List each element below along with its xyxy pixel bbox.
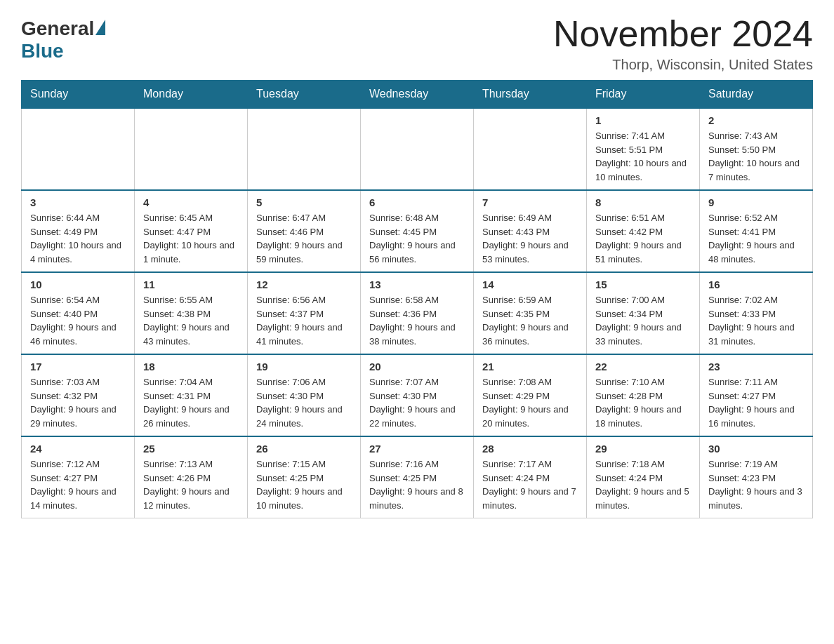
calendar-cell: 10Sunrise: 6:54 AMSunset: 4:40 PMDayligh…	[22, 272, 135, 354]
calendar-cell: 18Sunrise: 7:04 AMSunset: 4:31 PMDayligh…	[135, 354, 248, 436]
day-info: Sunrise: 6:48 AMSunset: 4:45 PMDaylight:…	[369, 211, 465, 266]
calendar-cell: 22Sunrise: 7:10 AMSunset: 4:28 PMDayligh…	[587, 354, 700, 436]
logo-triangle-icon	[95, 20, 105, 35]
day-number: 18	[143, 361, 239, 373]
day-info: Sunrise: 7:03 AMSunset: 4:32 PMDaylight:…	[30, 375, 126, 430]
day-number: 24	[30, 443, 126, 455]
day-info: Sunrise: 7:18 AMSunset: 4:24 PMDaylight:…	[595, 457, 691, 512]
calendar-cell: 27Sunrise: 7:16 AMSunset: 4:25 PMDayligh…	[361, 436, 474, 518]
logo-general-text: General	[21, 18, 94, 40]
day-number: 13	[369, 279, 465, 290]
day-info: Sunrise: 7:17 AMSunset: 4:24 PMDaylight:…	[482, 457, 578, 512]
day-number: 1	[595, 114, 691, 126]
calendar-cell: 29Sunrise: 7:18 AMSunset: 4:24 PMDayligh…	[587, 436, 700, 518]
calendar-cell: 20Sunrise: 7:07 AMSunset: 4:30 PMDayligh…	[361, 354, 474, 436]
calendar-cell: 5Sunrise: 6:47 AMSunset: 4:46 PMDaylight…	[248, 190, 361, 272]
calendar-cell: 12Sunrise: 6:56 AMSunset: 4:37 PMDayligh…	[248, 272, 361, 354]
calendar-cell: 13Sunrise: 6:58 AMSunset: 4:36 PMDayligh…	[361, 272, 474, 354]
day-info: Sunrise: 7:12 AMSunset: 4:27 PMDaylight:…	[30, 457, 126, 512]
calendar-cell: 4Sunrise: 6:45 AMSunset: 4:47 PMDaylight…	[135, 190, 248, 272]
day-number: 17	[30, 361, 126, 373]
calendar-header-thursday: Thursday	[474, 81, 587, 109]
day-number: 26	[256, 443, 352, 455]
day-info: Sunrise: 7:43 AMSunset: 5:50 PMDaylight:…	[708, 129, 804, 184]
day-number: 20	[369, 361, 465, 373]
day-info: Sunrise: 7:19 AMSunset: 4:23 PMDaylight:…	[708, 457, 804, 512]
day-number: 21	[482, 361, 578, 373]
day-number: 12	[256, 279, 352, 290]
day-number: 9	[708, 196, 804, 208]
calendar-cell	[135, 108, 248, 190]
day-info: Sunrise: 7:08 AMSunset: 4:29 PMDaylight:…	[482, 375, 578, 430]
calendar-week-row: 17Sunrise: 7:03 AMSunset: 4:32 PMDayligh…	[22, 354, 813, 436]
calendar-cell: 15Sunrise: 7:00 AMSunset: 4:34 PMDayligh…	[587, 272, 700, 354]
calendar-cell: 25Sunrise: 7:13 AMSunset: 4:26 PMDayligh…	[135, 436, 248, 518]
calendar-cell: 23Sunrise: 7:11 AMSunset: 4:27 PMDayligh…	[700, 354, 813, 436]
calendar-cell	[248, 108, 361, 190]
day-number: 5	[256, 196, 352, 208]
day-number: 22	[595, 361, 691, 373]
day-number: 7	[482, 196, 578, 208]
day-info: Sunrise: 6:45 AMSunset: 4:47 PMDaylight:…	[143, 211, 239, 266]
day-info: Sunrise: 6:44 AMSunset: 4:49 PMDaylight:…	[30, 211, 126, 266]
calendar-cell: 2Sunrise: 7:43 AMSunset: 5:50 PMDaylight…	[700, 108, 813, 190]
calendar-cell: 24Sunrise: 7:12 AMSunset: 4:27 PMDayligh…	[22, 436, 135, 518]
day-info: Sunrise: 6:51 AMSunset: 4:42 PMDaylight:…	[595, 211, 691, 266]
logo: General Blue	[21, 14, 105, 62]
page-header: General Blue November 2024 Thorp, Wiscon…	[21, 14, 813, 73]
day-info: Sunrise: 6:58 AMSunset: 4:36 PMDaylight:…	[369, 293, 465, 348]
title-section: November 2024 Thorp, Wisconsin, United S…	[553, 14, 813, 73]
day-number: 11	[143, 279, 239, 290]
calendar-cell: 21Sunrise: 7:08 AMSunset: 4:29 PMDayligh…	[474, 354, 587, 436]
day-info: Sunrise: 7:15 AMSunset: 4:25 PMDaylight:…	[256, 457, 352, 512]
day-info: Sunrise: 7:02 AMSunset: 4:33 PMDaylight:…	[708, 293, 804, 348]
day-number: 29	[595, 443, 691, 455]
calendar-header-row: SundayMondayTuesdayWednesdayThursdayFrid…	[22, 81, 813, 109]
day-number: 23	[708, 361, 804, 373]
calendar-cell: 9Sunrise: 6:52 AMSunset: 4:41 PMDaylight…	[700, 190, 813, 272]
day-info: Sunrise: 7:10 AMSunset: 4:28 PMDaylight:…	[595, 375, 691, 430]
month-title: November 2024	[553, 14, 813, 54]
day-info: Sunrise: 6:56 AMSunset: 4:37 PMDaylight:…	[256, 293, 352, 348]
calendar-cell: 30Sunrise: 7:19 AMSunset: 4:23 PMDayligh…	[700, 436, 813, 518]
day-info: Sunrise: 7:41 AMSunset: 5:51 PMDaylight:…	[595, 129, 691, 184]
day-number: 2	[708, 114, 804, 126]
day-number: 14	[482, 279, 578, 290]
day-number: 15	[595, 279, 691, 290]
calendar-cell: 7Sunrise: 6:49 AMSunset: 4:43 PMDaylight…	[474, 190, 587, 272]
day-number: 25	[143, 443, 239, 455]
day-number: 16	[708, 279, 804, 290]
calendar-header-saturday: Saturday	[700, 81, 813, 109]
calendar-cell: 6Sunrise: 6:48 AMSunset: 4:45 PMDaylight…	[361, 190, 474, 272]
day-number: 4	[143, 196, 239, 208]
day-info: Sunrise: 7:07 AMSunset: 4:30 PMDaylight:…	[369, 375, 465, 430]
calendar-cell	[361, 108, 474, 190]
calendar-cell	[22, 108, 135, 190]
calendar-table: SundayMondayTuesdayWednesdayThursdayFrid…	[21, 80, 813, 518]
location-text: Thorp, Wisconsin, United States	[553, 57, 813, 73]
day-info: Sunrise: 7:13 AMSunset: 4:26 PMDaylight:…	[143, 457, 239, 512]
calendar-cell: 14Sunrise: 6:59 AMSunset: 4:35 PMDayligh…	[474, 272, 587, 354]
calendar-cell: 17Sunrise: 7:03 AMSunset: 4:32 PMDayligh…	[22, 354, 135, 436]
calendar-cell	[474, 108, 587, 190]
day-number: 3	[30, 196, 126, 208]
day-info: Sunrise: 7:11 AMSunset: 4:27 PMDaylight:…	[708, 375, 804, 430]
day-number: 30	[708, 443, 804, 455]
calendar-cell: 8Sunrise: 6:51 AMSunset: 4:42 PMDaylight…	[587, 190, 700, 272]
calendar-week-row: 3Sunrise: 6:44 AMSunset: 4:49 PMDaylight…	[22, 190, 813, 272]
day-info: Sunrise: 6:49 AMSunset: 4:43 PMDaylight:…	[482, 211, 578, 266]
calendar-cell: 28Sunrise: 7:17 AMSunset: 4:24 PMDayligh…	[474, 436, 587, 518]
day-info: Sunrise: 6:59 AMSunset: 4:35 PMDaylight:…	[482, 293, 578, 348]
calendar-header-sunday: Sunday	[22, 81, 135, 109]
calendar-cell: 16Sunrise: 7:02 AMSunset: 4:33 PMDayligh…	[700, 272, 813, 354]
calendar-header-friday: Friday	[587, 81, 700, 109]
day-info: Sunrise: 6:55 AMSunset: 4:38 PMDaylight:…	[143, 293, 239, 348]
calendar-cell: 3Sunrise: 6:44 AMSunset: 4:49 PMDaylight…	[22, 190, 135, 272]
calendar-header-monday: Monday	[135, 81, 248, 109]
day-number: 6	[369, 196, 465, 208]
day-number: 27	[369, 443, 465, 455]
calendar-cell: 11Sunrise: 6:55 AMSunset: 4:38 PMDayligh…	[135, 272, 248, 354]
day-number: 19	[256, 361, 352, 373]
calendar-header-tuesday: Tuesday	[248, 81, 361, 109]
day-number: 8	[595, 196, 691, 208]
